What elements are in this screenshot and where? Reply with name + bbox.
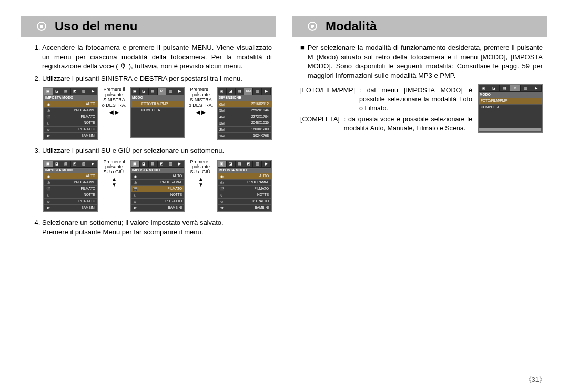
def1-key: [FOTO/FILM/PMP]	[300, 86, 355, 113]
lcd-imposta-3: ▣◪▤◩▥▶ IMPOSTA MODO ◉AUTO ◎PROGRAMM. 🎬FI…	[130, 160, 185, 212]
arrow-up-down-icon: ▲▼	[102, 176, 127, 188]
left-title-band: Uso del menu	[21, 16, 276, 37]
arrow-up-down-icon: ▲▼	[188, 176, 214, 188]
hint-lr-1: Premere il pulsante SINISTRA o DESTRA. ◀…	[102, 87, 127, 115]
right-intro: Per selezionare la modalità di funzionam…	[308, 43, 543, 80]
left-column: Uso del menu Accendere la fotocamera e p…	[21, 16, 276, 240]
def1-val: : dal menu [IMPOSTA MODO] è possibile se…	[359, 86, 472, 113]
step-1: Accendere la fotocamera e premere il pul…	[42, 43, 272, 71]
step-2: Utilizzare i pulsanti SINISTRA e DESTRA …	[42, 74, 272, 84]
lcd-imposta-2: ▣◪▤◩▥▶ IMPOSTA MODO ◉AUTO ◎PROGRAMM. 🎬FI…	[43, 160, 98, 212]
lcd-row-ud: ▣◪▤◩▥▶ IMPOSTA MODO ◉AUTO ◎PROGRAMM. 🎬FI…	[43, 160, 272, 212]
hint-ud-1: Premere il pulsante SU o GIÙ. ▲▼	[102, 160, 127, 188]
right-title-band: Modalità	[292, 16, 547, 37]
lcd-imposta-4: ▣◪▤◩▥▶ IMPOSTA MODO ◉AUTO ◎PROGRAMM. 🎬FI…	[217, 160, 272, 212]
hint-ud-2: Premere il pulsante SU o GIÙ. ▲▼	[188, 160, 214, 188]
hint-lr-2: Premere il pulsante SINISTRA o DESTRA. ◀…	[188, 87, 214, 115]
def2-key: [COMPLETA]	[300, 115, 340, 133]
step-4: Selezionare un sottomenu; il valore impo…	[42, 218, 272, 236]
page-number: 《31》	[525, 375, 546, 385]
left-body: Accendere la fotocamera e premere il pul…	[21, 43, 276, 236]
arrow-left-right-icon: ◀ ▶	[102, 109, 127, 115]
arrow-left-right-icon: ◀ ▶	[188, 109, 214, 115]
lcd-modo: ▣◪▤M▥▶ MODO FOTO/FILM/PMP COMPLETA	[130, 87, 185, 138]
right-title: Modalità	[326, 16, 377, 37]
bullet-icon: ■	[300, 43, 305, 80]
step-3: Utilizzare i pulsanti SU e GIÙ per selez…	[42, 146, 272, 156]
lcd-row-lr: ▣◪▤◩▥▶ IMPOSTA MODO ◉AUTO ◎PROGRAMM. 🎬FI…	[43, 87, 272, 140]
right-body: ■ Per selezionare la modalità di funzion…	[292, 43, 547, 133]
lcd-dimensione: ▣◪▤6M▥▶ DIMENSIONE 6M2816X2112 5M2592X19…	[217, 87, 272, 140]
lcd-modo-right: ▣◪▤M▥▶ MODO FOTO/FILM/PMP COMPLETA	[478, 84, 543, 132]
def2-val: : da questa voce è possibile selezionare…	[344, 115, 472, 133]
left-title: Uso del menu	[55, 16, 137, 37]
lcd-imposta-1: ▣◪▤◩▥▶ IMPOSTA MODO ◉AUTO ◎PROGRAMM. 🎬FI…	[43, 87, 98, 140]
right-column: Modalità ■ Per selezionare la modalità d…	[292, 16, 547, 240]
